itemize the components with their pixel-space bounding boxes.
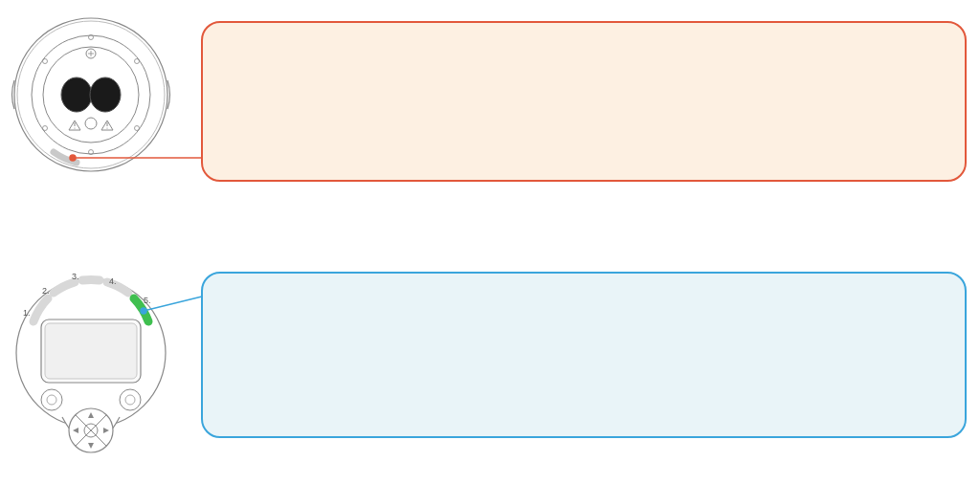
svg-point-15 [74, 127, 75, 128]
svg-point-11 [61, 77, 92, 112]
callout-box-top [201, 21, 967, 182]
device-bottom [10, 243, 172, 473]
svg-point-17 [106, 127, 107, 128]
segment-3 [82, 279, 100, 280]
callout-box-bottom [201, 272, 967, 438]
diagram-stage: 1. 2. 3. 4. 5. [0, 0, 980, 484]
svg-point-22 [120, 389, 141, 410]
device-top [10, 13, 172, 176]
svg-rect-20 [45, 323, 137, 379]
svg-point-12 [90, 77, 121, 112]
svg-point-21 [41, 389, 62, 410]
